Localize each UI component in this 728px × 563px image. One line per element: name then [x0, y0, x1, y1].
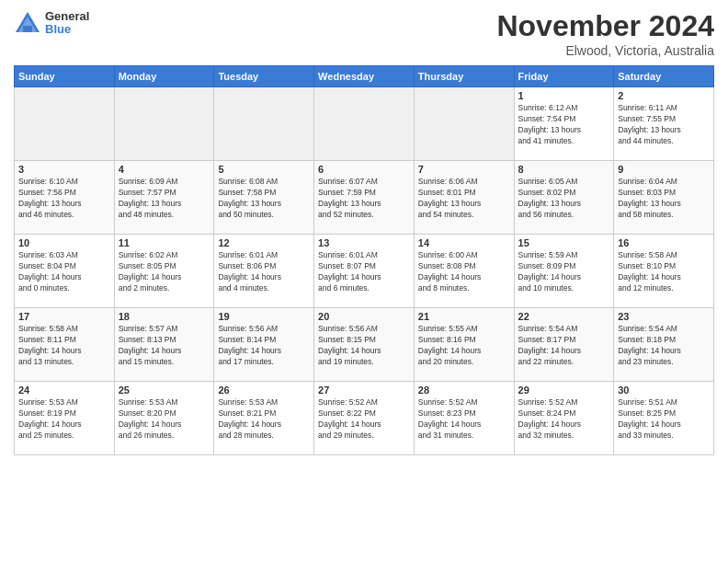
- cell-4-1: 25Sunrise: 5:53 AM Sunset: 8:20 PM Dayli…: [114, 382, 214, 455]
- day-info-2-2: Sunrise: 6:01 AM Sunset: 8:06 PM Dayligh…: [218, 250, 310, 294]
- header-saturday: Saturday: [614, 66, 714, 87]
- day-number-4-2: 26: [218, 385, 310, 396]
- day-number-4-4: 28: [418, 385, 510, 396]
- logo-text: General Blue: [45, 10, 89, 37]
- day-number-3-4: 21: [418, 311, 510, 322]
- week-row-0: 1Sunrise: 6:12 AM Sunset: 7:54 PM Daylig…: [15, 87, 714, 161]
- header: General Blue November 2024 Elwood, Victo…: [14, 9, 714, 58]
- logo-general: General: [45, 10, 89, 23]
- day-info-1-5: Sunrise: 6:05 AM Sunset: 8:02 PM Dayligh…: [518, 177, 610, 221]
- day-number-3-5: 22: [518, 311, 610, 322]
- cell-3-4: 21Sunrise: 5:55 AM Sunset: 8:16 PM Dayli…: [414, 308, 514, 382]
- day-info-2-0: Sunrise: 6:03 AM Sunset: 8:04 PM Dayligh…: [18, 250, 110, 294]
- main-container: General Blue November 2024 Elwood, Victo…: [0, 0, 728, 460]
- cell-0-4: [414, 87, 514, 161]
- cell-4-6: 30Sunrise: 5:51 AM Sunset: 8:25 PM Dayli…: [614, 382, 714, 455]
- day-number-2-6: 16: [618, 237, 710, 248]
- cell-2-6: 16Sunrise: 5:58 AM Sunset: 8:10 PM Dayli…: [614, 235, 714, 308]
- week-row-3: 17Sunrise: 5:58 AM Sunset: 8:11 PM Dayli…: [15, 308, 714, 382]
- cell-1-5: 8Sunrise: 6:05 AM Sunset: 8:02 PM Daylig…: [514, 161, 614, 235]
- day-number-0-5: 1: [518, 90, 610, 101]
- day-number-2-0: 10: [18, 237, 110, 248]
- header-wednesday: Wednesday: [314, 66, 415, 87]
- day-info-4-4: Sunrise: 5:52 AM Sunset: 8:23 PM Dayligh…: [418, 397, 510, 442]
- day-info-3-0: Sunrise: 5:58 AM Sunset: 8:11 PM Dayligh…: [18, 324, 110, 368]
- cell-2-3: 13Sunrise: 6:01 AM Sunset: 8:07 PM Dayli…: [314, 235, 415, 308]
- cell-2-5: 15Sunrise: 5:59 AM Sunset: 8:09 PM Dayli…: [514, 235, 614, 308]
- cell-1-3: 6Sunrise: 6:07 AM Sunset: 7:59 PM Daylig…: [314, 161, 415, 235]
- day-number-1-1: 4: [119, 164, 210, 175]
- day-number-1-2: 5: [218, 164, 310, 175]
- header-monday: Monday: [114, 66, 214, 87]
- cell-1-0: 3Sunrise: 6:10 AM Sunset: 7:56 PM Daylig…: [15, 161, 115, 235]
- cell-0-1: [114, 87, 214, 161]
- day-number-3-6: 23: [618, 311, 710, 322]
- day-number-3-0: 17: [18, 311, 110, 322]
- day-number-3-1: 18: [119, 311, 210, 322]
- day-number-4-1: 25: [119, 385, 210, 396]
- svg-rect-2: [23, 26, 32, 32]
- month-title: November 2024: [496, 9, 714, 43]
- logo-icon: [14, 9, 41, 37]
- day-info-2-1: Sunrise: 6:02 AM Sunset: 8:05 PM Dayligh…: [119, 250, 210, 294]
- week-row-2: 10Sunrise: 6:03 AM Sunset: 8:04 PM Dayli…: [15, 235, 714, 308]
- header-thursday: Thursday: [414, 66, 514, 87]
- cell-3-3: 20Sunrise: 5:56 AM Sunset: 8:15 PM Dayli…: [314, 308, 415, 382]
- cell-4-0: 24Sunrise: 5:53 AM Sunset: 8:19 PM Dayli…: [15, 382, 115, 455]
- day-number-2-4: 14: [418, 237, 510, 248]
- day-info-3-2: Sunrise: 5:56 AM Sunset: 8:14 PM Dayligh…: [218, 324, 310, 368]
- day-info-1-6: Sunrise: 6:04 AM Sunset: 8:03 PM Dayligh…: [618, 177, 710, 221]
- day-number-1-0: 3: [18, 164, 110, 175]
- day-number-3-3: 20: [318, 311, 410, 322]
- day-info-3-5: Sunrise: 5:54 AM Sunset: 8:17 PM Dayligh…: [518, 324, 610, 368]
- cell-3-5: 22Sunrise: 5:54 AM Sunset: 8:17 PM Dayli…: [514, 308, 614, 382]
- day-info-0-5: Sunrise: 6:12 AM Sunset: 7:54 PM Dayligh…: [518, 103, 610, 147]
- day-number-4-3: 27: [318, 385, 410, 396]
- day-info-4-3: Sunrise: 5:52 AM Sunset: 8:22 PM Dayligh…: [318, 397, 410, 442]
- header-tuesday: Tuesday: [214, 66, 314, 87]
- day-info-3-6: Sunrise: 5:54 AM Sunset: 8:18 PM Dayligh…: [618, 324, 710, 368]
- cell-2-0: 10Sunrise: 6:03 AM Sunset: 8:04 PM Dayli…: [15, 235, 115, 308]
- day-info-1-1: Sunrise: 6:09 AM Sunset: 7:57 PM Dayligh…: [119, 177, 210, 221]
- day-info-2-3: Sunrise: 6:01 AM Sunset: 8:07 PM Dayligh…: [318, 250, 410, 294]
- location: Elwood, Victoria, Australia: [496, 43, 714, 58]
- header-sunday: Sunday: [15, 66, 115, 87]
- cell-0-0: [15, 87, 115, 161]
- day-number-4-6: 30: [618, 385, 710, 396]
- day-info-4-2: Sunrise: 5:53 AM Sunset: 8:21 PM Dayligh…: [218, 397, 310, 442]
- week-row-1: 3Sunrise: 6:10 AM Sunset: 7:56 PM Daylig…: [15, 161, 714, 235]
- cell-0-3: [314, 87, 415, 161]
- cell-3-2: 19Sunrise: 5:56 AM Sunset: 8:14 PM Dayli…: [214, 308, 314, 382]
- day-info-3-3: Sunrise: 5:56 AM Sunset: 8:15 PM Dayligh…: [318, 324, 410, 368]
- day-number-4-5: 29: [518, 385, 610, 396]
- day-info-3-4: Sunrise: 5:55 AM Sunset: 8:16 PM Dayligh…: [418, 324, 510, 368]
- cell-2-2: 12Sunrise: 6:01 AM Sunset: 8:06 PM Dayli…: [214, 235, 314, 308]
- week-row-4: 24Sunrise: 5:53 AM Sunset: 8:19 PM Dayli…: [15, 382, 714, 455]
- day-number-2-3: 13: [318, 237, 410, 248]
- cell-0-2: [214, 87, 314, 161]
- day-number-4-0: 24: [18, 385, 110, 396]
- day-info-2-5: Sunrise: 5:59 AM Sunset: 8:09 PM Dayligh…: [518, 250, 610, 294]
- cell-1-1: 4Sunrise: 6:09 AM Sunset: 7:57 PM Daylig…: [114, 161, 214, 235]
- day-info-4-5: Sunrise: 5:52 AM Sunset: 8:24 PM Dayligh…: [518, 397, 610, 442]
- cell-2-4: 14Sunrise: 6:00 AM Sunset: 8:08 PM Dayli…: [414, 235, 514, 308]
- day-number-1-4: 7: [418, 164, 510, 175]
- day-info-1-4: Sunrise: 6:06 AM Sunset: 8:01 PM Dayligh…: [418, 177, 510, 221]
- day-info-2-6: Sunrise: 5:58 AM Sunset: 8:10 PM Dayligh…: [618, 250, 710, 294]
- day-number-1-6: 9: [618, 164, 710, 175]
- cell-4-2: 26Sunrise: 5:53 AM Sunset: 8:21 PM Dayli…: [214, 382, 314, 455]
- cell-2-1: 11Sunrise: 6:02 AM Sunset: 8:05 PM Dayli…: [114, 235, 214, 308]
- header-row: Sunday Monday Tuesday Wednesday Thursday…: [15, 66, 714, 87]
- day-info-4-6: Sunrise: 5:51 AM Sunset: 8:25 PM Dayligh…: [618, 397, 710, 442]
- day-info-4-0: Sunrise: 5:53 AM Sunset: 8:19 PM Dayligh…: [18, 397, 110, 442]
- cell-4-5: 29Sunrise: 5:52 AM Sunset: 8:24 PM Dayli…: [514, 382, 614, 455]
- cell-0-6: 2Sunrise: 6:11 AM Sunset: 7:55 PM Daylig…: [614, 87, 714, 161]
- cell-1-6: 9Sunrise: 6:04 AM Sunset: 8:03 PM Daylig…: [614, 161, 714, 235]
- calendar-table: Sunday Monday Tuesday Wednesday Thursday…: [14, 65, 714, 455]
- day-info-4-1: Sunrise: 5:53 AM Sunset: 8:20 PM Dayligh…: [119, 397, 210, 442]
- day-number-2-5: 15: [518, 237, 610, 248]
- header-friday: Friday: [514, 66, 614, 87]
- logo-blue: Blue: [45, 23, 89, 36]
- cell-0-5: 1Sunrise: 6:12 AM Sunset: 7:54 PM Daylig…: [514, 87, 614, 161]
- day-info-1-2: Sunrise: 6:08 AM Sunset: 7:58 PM Dayligh…: [218, 177, 310, 221]
